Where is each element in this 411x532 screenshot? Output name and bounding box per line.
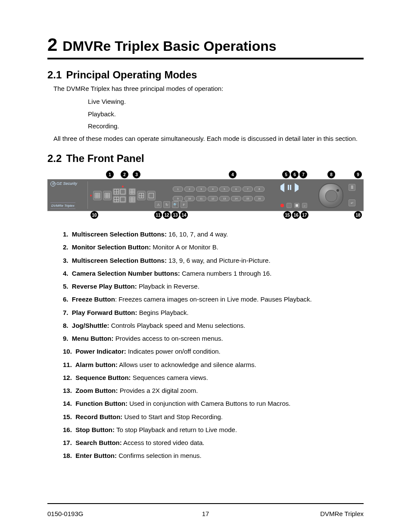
def-term: Record Button: <box>75 413 122 420</box>
camera-button[interactable]: 9 <box>173 196 183 201</box>
function-button[interactable]: F <box>181 201 187 208</box>
chapter-heading: 2 DMVRe Triplex Basic Operations <box>47 34 364 55</box>
def-term: Search Button: <box>75 439 122 446</box>
search-icon: ⌕ <box>304 204 305 207</box>
camera-button[interactable]: 12 <box>208 196 218 201</box>
camera-button[interactable]: 10 <box>184 196 195 201</box>
def-desc: 13, 9, 6 way, and Picture-in-Picture. <box>167 257 271 264</box>
camera-button[interactable]: 3 <box>196 187 206 192</box>
section-title: Principal Operating Modes <box>66 69 197 81</box>
camera-button[interactable]: 14 <box>231 196 241 201</box>
sequence-button[interactable]: ↻ <box>163 201 170 208</box>
def-desc: Confirms selection in menus. <box>117 452 202 459</box>
multiscreen-6-button[interactable] <box>137 191 146 200</box>
page: 2 DMVRe Triplex Basic Operations 2.1 Pri… <box>0 0 411 532</box>
menu-enter-group: ≣ ↵ <box>349 184 355 206</box>
section-number: 2.2 <box>47 152 62 165</box>
alarm-button[interactable]: ⚠ <box>155 201 162 208</box>
camera-button[interactable]: 5 <box>219 187 230 192</box>
def-num: 12. <box>63 374 72 381</box>
definition-item: 6. Freeze Button: Freezes camera images … <box>63 295 364 304</box>
def-num: 9. <box>63 335 68 342</box>
callout-11: 11 <box>154 211 162 219</box>
camera-button[interactable]: 8 <box>254 187 265 192</box>
reverse-play-button[interactable] <box>280 186 284 190</box>
section-heading-2-1: 2.1 Principal Operating Modes <box>47 69 364 81</box>
def-num: 4. <box>63 270 68 277</box>
grid13-icon <box>130 189 135 194</box>
callout-row-bottom: 10 11 12 13 14 15 16 17 18 <box>47 211 364 220</box>
camera-button[interactable]: 4 <box>208 187 218 192</box>
camera-button[interactable]: 16 <box>254 196 265 201</box>
def-desc: Provides a 2X digital zoom. <box>118 387 198 394</box>
callout-14: 14 <box>180 211 188 219</box>
multiscreen-4-button[interactable] <box>113 196 120 203</box>
multiscreen-16-button[interactable] <box>93 191 102 200</box>
def-desc: Playback in Reverse. <box>137 283 199 290</box>
enter-button[interactable]: ↵ <box>349 199 355 206</box>
menu-button[interactable]: ≣ <box>349 184 355 191</box>
utility-buttons: ⚠ ↻ 🔍 F <box>155 201 187 208</box>
camera-button[interactable]: 11 <box>196 196 206 201</box>
list-item: Recording. <box>88 120 364 133</box>
page-footer: 0150-0193G 17 DVMRe Triplex <box>47 510 364 517</box>
definition-list: 1. Multiscreen Selection Buttons: 16, 10… <box>54 230 364 460</box>
callout-7: 7 <box>299 171 307 178</box>
def-desc: To stop Playback and return to Live mode… <box>115 426 237 433</box>
def-desc: Sequences camera views. <box>131 374 208 381</box>
def-term: Play Forward Button: <box>72 309 137 316</box>
sequence-icon: ↻ <box>165 203 168 207</box>
stop-icon <box>296 204 298 207</box>
def-term: Function Button: <box>75 400 128 407</box>
jog-shuttle[interactable] <box>318 183 343 208</box>
camera-button[interactable]: 2 <box>184 187 195 192</box>
list-item: Live Viewing. <box>88 96 364 108</box>
def-term: Enter Button: <box>75 452 117 459</box>
multiscreen-7-button[interactable] <box>113 188 120 195</box>
definition-item: 4. Camera Selection Number buttons: Came… <box>63 269 364 278</box>
camera-button[interactable]: 1 <box>173 187 183 192</box>
callout-16: 16 <box>292 211 300 219</box>
multiscreen-9-button[interactable] <box>129 196 136 203</box>
camera-button[interactable]: 6 <box>231 187 241 192</box>
pip-button[interactable] <box>147 191 156 200</box>
camera-button[interactable]: 13 <box>219 196 230 201</box>
freeze-button[interactable] <box>288 185 291 190</box>
def-term: Reverse Play Button: <box>72 283 137 290</box>
def-term: Zoom Button: <box>75 387 118 394</box>
multiscreen-13-button[interactable] <box>129 188 136 195</box>
definition-item: 7. Play Forward Button: Begins Playback. <box>63 308 364 317</box>
definition-item: 17. Search Button: Access to stored vide… <box>63 439 364 447</box>
definition-item: 3. Multiscreen Selection Buttons: 13, 9,… <box>63 256 364 265</box>
zoom-button[interactable]: 🔍 <box>172 201 179 208</box>
record-button[interactable] <box>286 203 292 208</box>
def-desc: Monitor A or Monitor B. <box>151 243 218 251</box>
callout-3: 3 <box>133 171 140 178</box>
camera-button[interactable]: 15 <box>243 196 253 201</box>
multiscreen-10-button[interactable] <box>103 191 112 200</box>
search-button[interactable]: ⌕ <box>302 203 307 208</box>
camera-row-top: 1 2 3 4 5 6 7 8 <box>173 187 265 192</box>
section-heading-2-2: 2.2 The Front Panel <box>47 152 364 165</box>
menu-icon: ≣ <box>351 186 354 190</box>
definition-item: 1. Multiscreen Selection Buttons: 16, 10… <box>63 230 364 239</box>
def-num: 16. <box>63 426 72 433</box>
monitor-b-button[interactable] <box>119 196 126 203</box>
grid16-icon <box>95 193 100 198</box>
monitor-a-button[interactable] <box>119 188 126 195</box>
callout-6: 6 <box>291 171 299 178</box>
callout-2: 2 <box>121 171 128 178</box>
list-item: Playback. <box>88 108 364 121</box>
def-desc: Provides access to on-screen menus. <box>114 335 223 342</box>
brand-label: ⦿GE Security <box>50 181 77 187</box>
play-forward-button[interactable] <box>295 186 299 190</box>
record-cluster: ⌕ <box>280 203 307 208</box>
definition-item: 10. Power Indicator: Indicates power on/… <box>63 347 364 356</box>
definition-item: 14. Function Button: Used in conjunction… <box>63 399 364 408</box>
definition-item: 2. Monitor Selection Button: Monitor A o… <box>63 243 364 252</box>
model-label: DVMRe Triplex <box>50 202 75 209</box>
stop-button[interactable] <box>294 203 299 208</box>
def-desc: Access to stored video data. <box>122 439 205 446</box>
record-led-icon <box>280 204 284 207</box>
camera-button[interactable]: 7 <box>243 187 253 192</box>
